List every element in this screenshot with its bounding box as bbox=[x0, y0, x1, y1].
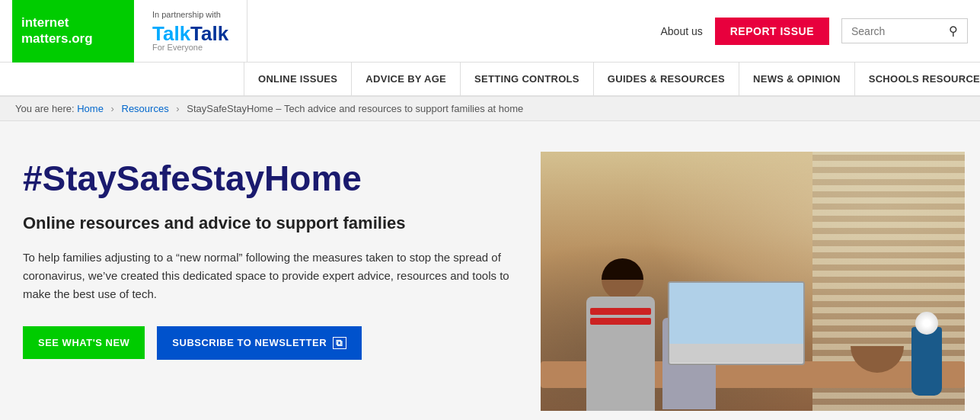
breadcrumb-home[interactable]: Home bbox=[77, 103, 104, 114]
search-icon[interactable]: ⚲ bbox=[949, 24, 958, 38]
breadcrumb-current: StaySafeStayHome – Tech advice and resou… bbox=[187, 103, 523, 114]
breadcrumb-sep2: › bbox=[176, 103, 179, 114]
logo-line1: internet bbox=[21, 15, 93, 30]
talktalk-for: For Everyone bbox=[152, 43, 203, 52]
page-description: To help families adjusting to a “new nor… bbox=[23, 248, 510, 303]
nav-online-issues[interactable]: ONLINE ISSUES bbox=[244, 62, 352, 96]
adult-head bbox=[602, 258, 643, 300]
nav-setting-controls[interactable]: SETTING CONTROLS bbox=[461, 62, 594, 96]
laptop bbox=[668, 281, 805, 365]
header: internet matters.org In partnership with… bbox=[0, 0, 980, 63]
photo-background bbox=[541, 152, 965, 411]
partner-text: In partnership with bbox=[152, 10, 221, 19]
about-us-link[interactable]: About us bbox=[660, 25, 702, 37]
nav-schools-resources[interactable]: SCHOOLS RESOURCES bbox=[855, 62, 980, 96]
talktalk-talk2: Talk bbox=[190, 22, 228, 45]
image-area bbox=[541, 152, 965, 411]
breadcrumb-resources[interactable]: Resources bbox=[122, 103, 169, 114]
adult-body bbox=[586, 297, 655, 411]
page-headline: #StaySafeStayHome bbox=[23, 159, 510, 198]
breadcrumb: You are here: Home › Resources › StaySaf… bbox=[0, 97, 980, 121]
site-logo[interactable]: internet matters.org bbox=[12, 0, 134, 63]
navigation: ONLINE ISSUES ADVICE BY AGE SETTING CONT… bbox=[0, 63, 980, 97]
search-box: ⚲ bbox=[841, 18, 968, 43]
page-subtitle: Online resources and advice to support f… bbox=[23, 213, 510, 233]
external-link-icon: ⧉ bbox=[333, 337, 346, 349]
hero-image bbox=[541, 152, 965, 411]
subscribe-newsletter-button[interactable]: SUBSCRIBE TO NEWSLETTER ⧉ bbox=[157, 326, 361, 360]
content-left: #StaySafeStayHome Online resources and a… bbox=[23, 152, 510, 411]
subscribe-label: SUBSCRIBE TO NEWSLETTER bbox=[172, 337, 327, 348]
partner-logo: In partnership with TalkTalk For Everyon… bbox=[134, 0, 247, 63]
see-whats-new-button[interactable]: SEE WHAT'S NEW bbox=[23, 326, 145, 359]
nav-guides-resources[interactable]: GUIDES & RESOURCES bbox=[594, 62, 739, 96]
talktalk-talk: Talk bbox=[152, 22, 190, 45]
vase bbox=[911, 327, 942, 396]
logo-line2: matters.org bbox=[21, 31, 93, 46]
button-row: SEE WHAT'S NEW SUBSCRIBE TO NEWSLETTER ⧉ bbox=[23, 326, 510, 360]
main-content: #StaySafeStayHome Online resources and a… bbox=[0, 121, 980, 420]
breadcrumb-sep1: › bbox=[111, 103, 114, 114]
breadcrumb-prefix: You are here: bbox=[15, 103, 75, 114]
nav-news-opinion[interactable]: NEWS & OPINION bbox=[739, 62, 855, 96]
report-issue-button[interactable]: REPORT ISSUE bbox=[715, 18, 829, 45]
nav-advice-by-age[interactable]: ADVICE BY AGE bbox=[352, 62, 461, 96]
search-input[interactable] bbox=[851, 25, 943, 37]
talktalk-brand: TalkTalk For Everyone bbox=[152, 22, 228, 52]
header-right: About us REPORT ISSUE ⚲ bbox=[660, 18, 968, 45]
person-adult bbox=[586, 258, 655, 411]
